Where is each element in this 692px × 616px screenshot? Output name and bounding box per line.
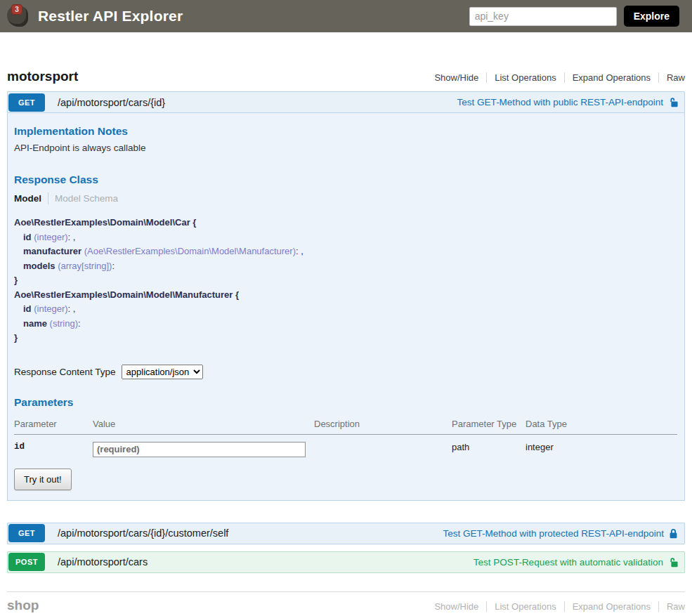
section-title-motorsport[interactable]: motorsport	[7, 69, 78, 84]
endpoint-heading: POST /api/motorsport/cars Test POST-Requ…	[7, 551, 685, 573]
explore-button[interactable]: Explore	[624, 6, 679, 27]
tab-separator	[48, 192, 48, 204]
endpoint-test-link[interactable]: Test GET-Method with protected REST-API-…	[443, 528, 678, 539]
table-row: id path integer	[14, 434, 677, 461]
parameters-table: Parameter Value Description Parameter Ty…	[14, 416, 677, 461]
section-shop: shop Show/Hide List Operations Expand Op…	[7, 591, 685, 613]
lock-icon	[669, 528, 678, 539]
endpoint-get-car-by-id: GET /api/motorsport/cars/{id} Test GET-M…	[7, 91, 685, 501]
response-content-type-label: Response Content Type	[14, 367, 116, 377]
link-separator	[564, 601, 565, 612]
model-property: id (integer): ,	[14, 230, 677, 245]
implementation-notes-title: Implementation Notes	[14, 125, 677, 138]
param-value-input[interactable]	[93, 442, 306, 457]
col-header-description: Description	[314, 416, 452, 435]
param-description	[314, 434, 452, 461]
restler-logo-icon: 3	[6, 4, 31, 29]
section-title-shop[interactable]: shop	[7, 598, 39, 613]
api-key-input[interactable]	[469, 7, 617, 26]
col-header-parameter-type: Parameter Type	[452, 416, 525, 435]
endpoint-path-link[interactable]: /api/motorsport/cars/{id}/customer/self	[58, 527, 228, 539]
show-hide-link[interactable]: Show/Hide	[434, 601, 478, 612]
model-property: name (string):	[14, 317, 677, 332]
http-method-badge: POST	[8, 553, 45, 571]
endpoint-test-label: Test GET-Method with protected REST-API-…	[443, 528, 664, 539]
model-class-header: Aoe\RestlerExamples\Domain\Model\Car {	[14, 216, 677, 230]
endpoint-heading: GET /api/motorsport/cars/{id}/customer/s…	[7, 523, 685, 544]
unlock-icon	[668, 557, 678, 568]
response-content-type-select[interactable]: application/json	[122, 365, 203, 379]
model-class-header: Aoe\RestlerExamples\Domain\Model\Manufac…	[14, 288, 677, 303]
link-separator	[658, 601, 659, 612]
app-header: 3 Restler API Explorer Explore	[0, 0, 692, 32]
list-operations-link[interactable]: List Operations	[495, 601, 556, 612]
response-class-title: Response Class	[14, 173, 677, 186]
param-data-type: integer	[525, 434, 677, 461]
endpoint-test-link[interactable]: Test POST-Request with automatic validat…	[474, 557, 678, 568]
link-separator	[658, 72, 659, 83]
param-type: path	[452, 434, 525, 461]
list-operations-link[interactable]: List Operations	[495, 72, 556, 83]
response-content-type-row: Response Content Type application/json	[14, 365, 677, 379]
http-method-badge: GET	[8, 524, 45, 542]
link-separator	[486, 72, 487, 83]
endpoint-test-label: Test GET-Method with public REST-API-end…	[457, 97, 663, 107]
implementation-notes-text: API-Endpoint is always callable	[14, 143, 677, 153]
header-controls: Explore	[469, 6, 679, 27]
expand-operations-link[interactable]: Expand Operations	[573, 72, 651, 83]
raw-link[interactable]: Raw	[667, 601, 685, 612]
model-signature: Aoe\RestlerExamples\Domain\Model\Car { i…	[14, 216, 677, 346]
model-property: id (integer): ,	[14, 302, 677, 317]
endpoint-details: Implementation Notes API-Endpoint is alw…	[7, 113, 685, 501]
col-header-value: Value	[93, 416, 314, 435]
expand-operations-link[interactable]: Expand Operations	[573, 601, 651, 612]
http-method-badge: GET	[8, 93, 45, 112]
show-hide-link[interactable]: Show/Hide	[434, 72, 478, 83]
tab-model-schema[interactable]: Model Schema	[55, 193, 118, 204]
tab-model[interactable]: Model	[14, 193, 41, 204]
endpoint-path-link[interactable]: /api/motorsport/cars	[58, 556, 148, 568]
endpoint-test-label: Test POST-Request with automatic validat…	[474, 557, 663, 568]
parameters-title: Parameters	[14, 396, 677, 409]
model-class-close: }	[14, 273, 677, 288]
section-ops-links-shop: Show/Hide List Operations Expand Operati…	[434, 601, 685, 613]
app-title: Restler API Explorer	[38, 8, 183, 25]
section-ops-links-motorsport: Show/Hide List Operations Expand Operati…	[434, 72, 685, 84]
section-header-motorsport: motorsport Show/Hide List Operations Exp…	[7, 69, 685, 84]
endpoint-post-cars: POST /api/motorsport/cars Test POST-Requ…	[7, 551, 685, 573]
model-class-close: }	[14, 331, 677, 346]
link-separator	[564, 72, 565, 83]
api-docs-main: motorsport Show/Hide List Operations Exp…	[0, 32, 692, 616]
raw-link[interactable]: Raw	[667, 72, 685, 83]
logo-version-badge: 3	[11, 4, 22, 15]
link-separator	[486, 601, 487, 612]
model-property: models (array[string]):	[14, 259, 677, 274]
unlock-icon	[668, 97, 678, 107]
endpoint-path-link[interactable]: /api/motorsport/cars/{id}	[58, 97, 165, 108]
try-it-out-button[interactable]: Try it out!	[14, 468, 72, 490]
col-header-parameter: Parameter	[14, 416, 93, 435]
param-name: id	[14, 434, 93, 461]
model-property: manufacturer (Aoe\RestlerExamples\Domain…	[14, 244, 677, 259]
col-header-data-type: Data Type	[525, 416, 677, 435]
section-header-shop: shop Show/Hide List Operations Expand Op…	[7, 598, 685, 613]
endpoint-heading: GET /api/motorsport/cars/{id} Test GET-M…	[7, 91, 685, 113]
endpoint-test-link[interactable]: Test GET-Method with public REST-API-end…	[457, 97, 678, 107]
model-tabs: Model Model Schema	[14, 192, 677, 204]
endpoint-get-customer-self: GET /api/motorsport/cars/{id}/customer/s…	[7, 523, 685, 544]
